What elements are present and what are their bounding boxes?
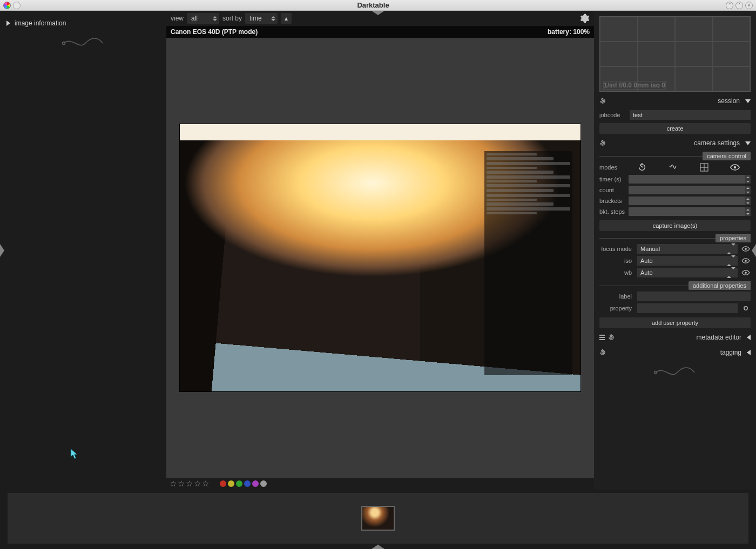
- color-label-red[interactable]: [220, 480, 226, 487]
- property-o-button[interactable]: O: [741, 303, 751, 313]
- mode-grid-icon[interactable]: [699, 162, 710, 173]
- jobcode-label: jobcode: [599, 112, 626, 118]
- star-rating[interactable]: ☆ ☆ ☆ ☆ ☆: [170, 479, 209, 489]
- top-panel-toggle[interactable]: [372, 11, 384, 15]
- addl-property-input[interactable]: [637, 303, 738, 313]
- bottom-panel-toggle[interactable]: [372, 545, 384, 549]
- tagging-header[interactable]: tagging: [599, 347, 751, 358]
- count-label: count: [599, 187, 626, 193]
- filmstrip: [0, 490, 756, 549]
- sort-direction-button[interactable]: ▴: [281, 13, 292, 24]
- reset-icon[interactable]: [608, 334, 615, 341]
- tagging-title: tagging: [720, 349, 741, 356]
- focus-toggle-eye-icon[interactable]: [741, 244, 751, 254]
- create-button[interactable]: create: [599, 123, 751, 134]
- focus-mode-label: focus mode: [599, 246, 634, 252]
- addl-property-label: property: [599, 305, 634, 311]
- properties-section: properties: [599, 233, 751, 243]
- window-title: Darktable: [21, 1, 726, 9]
- filmstrip-track[interactable]: [8, 493, 748, 544]
- chevron-right-icon: [6, 21, 10, 26]
- presets-icon[interactable]: [599, 335, 605, 340]
- iso-select[interactable]: Auto: [637, 256, 738, 266]
- timer-label: timer (s): [599, 176, 626, 182]
- histogram-info: 1/inf f/0.0 0mm iso 0: [603, 81, 666, 90]
- reset-icon[interactable]: [599, 349, 606, 356]
- svg-point-7: [745, 272, 747, 274]
- star-3-icon[interactable]: ☆: [186, 479, 193, 489]
- addl-label-input[interactable]: [637, 292, 751, 301]
- window-titlebar: Darktable ˅ ˄ ×: [0, 0, 756, 11]
- metadata-editor-header[interactable]: metadata editor: [599, 331, 751, 343]
- preferences-button[interactable]: [580, 13, 590, 23]
- session-title: session: [718, 97, 740, 105]
- right-panel-toggle[interactable]: [752, 244, 756, 257]
- chevron-left-icon: [747, 350, 751, 355]
- iso-toggle-eye-icon[interactable]: [741, 256, 751, 266]
- mode-timer-icon[interactable]: [637, 162, 647, 173]
- right-sidebar: 1/inf f/0.0 0mm iso 0 session jobcode cr…: [594, 11, 756, 490]
- sort-ascending-icon: ▴: [285, 15, 288, 22]
- color-label-green[interactable]: [236, 480, 242, 487]
- filmstrip-thumb[interactable]: [361, 506, 395, 531]
- wb-select[interactable]: Auto: [637, 268, 738, 277]
- iso-label: iso: [599, 257, 634, 264]
- gear-icon: [580, 13, 590, 23]
- rating-bar: ☆ ☆ ☆ ☆ ☆: [166, 478, 594, 490]
- create-button-label: create: [667, 125, 684, 132]
- left-panel-toggle[interactable]: [0, 244, 4, 257]
- sort-by-select[interactable]: time: [245, 13, 278, 24]
- color-labels: [220, 480, 267, 487]
- color-label-grey[interactable]: [260, 480, 267, 487]
- star-5-icon[interactable]: ☆: [202, 479, 209, 489]
- close-button[interactable]: ×: [745, 2, 753, 9]
- timer-input[interactable]: [629, 175, 751, 184]
- count-input[interactable]: [629, 186, 751, 194]
- reset-icon[interactable]: [599, 140, 606, 146]
- color-label-yellow[interactable]: [228, 480, 234, 487]
- camera-control-section: camera control: [599, 151, 751, 161]
- histogram[interactable]: 1/inf f/0.0 0mm iso 0: [599, 16, 751, 92]
- left-sidebar: image information: [0, 11, 166, 490]
- add-user-property-button[interactable]: add user property: [599, 317, 751, 328]
- metadata-editor-module: metadata editor: [599, 331, 751, 343]
- bktsteps-input[interactable]: [629, 207, 751, 216]
- additional-properties-section: additional properties: [599, 281, 751, 290]
- star-1-icon[interactable]: ☆: [170, 479, 177, 489]
- star-4-icon[interactable]: ☆: [194, 479, 201, 489]
- session-header[interactable]: session: [599, 95, 751, 107]
- mode-bracket-icon[interactable]: [667, 162, 678, 173]
- maximize-button[interactable]: ˄: [735, 2, 743, 9]
- reset-icon[interactable]: [599, 98, 606, 104]
- titlebar-dot-icon: [13, 2, 21, 9]
- brackets-label: brackets: [599, 198, 626, 204]
- wb-label: wb: [599, 269, 634, 276]
- chevron-left-icon: [747, 335, 751, 340]
- mode-liveview-icon[interactable]: [730, 162, 740, 173]
- camera-settings-header[interactable]: camera settings: [599, 137, 751, 149]
- wb-toggle-eye-icon[interactable]: [741, 268, 751, 277]
- image-area[interactable]: [166, 38, 594, 478]
- image-information-header[interactable]: image information: [6, 14, 160, 32]
- svg-point-5: [745, 248, 747, 250]
- star-2-icon[interactable]: ☆: [178, 479, 185, 489]
- add-user-property-label: add user property: [652, 320, 698, 326]
- jobcode-input[interactable]: [630, 110, 751, 120]
- center-area: view all sort by time ▴ Canon EOS 40D (P…: [166, 11, 594, 490]
- tagging-module: tagging: [599, 347, 751, 358]
- focus-mode-select[interactable]: Manual: [637, 244, 738, 254]
- mouse-cursor-icon: [70, 448, 79, 460]
- bktsteps-label: bkt. steps: [599, 208, 626, 215]
- svg-point-4: [734, 166, 737, 169]
- color-label-blue[interactable]: [244, 480, 251, 487]
- view-select[interactable]: all: [187, 13, 219, 24]
- minimize-button[interactable]: ˅: [726, 2, 733, 9]
- session-module: session jobcode create: [599, 95, 751, 134]
- color-label-purple[interactable]: [252, 480, 259, 487]
- battery-status: battery: 100%: [548, 28, 590, 36]
- chevron-down-icon: [745, 141, 751, 145]
- brackets-input[interactable]: [629, 196, 751, 205]
- camera-info-bar: Canon EOS 40D (PTP mode) battery: 100%: [166, 26, 594, 38]
- capture-button[interactable]: capture image(s): [599, 220, 751, 231]
- capture-button-label: capture image(s): [653, 222, 698, 229]
